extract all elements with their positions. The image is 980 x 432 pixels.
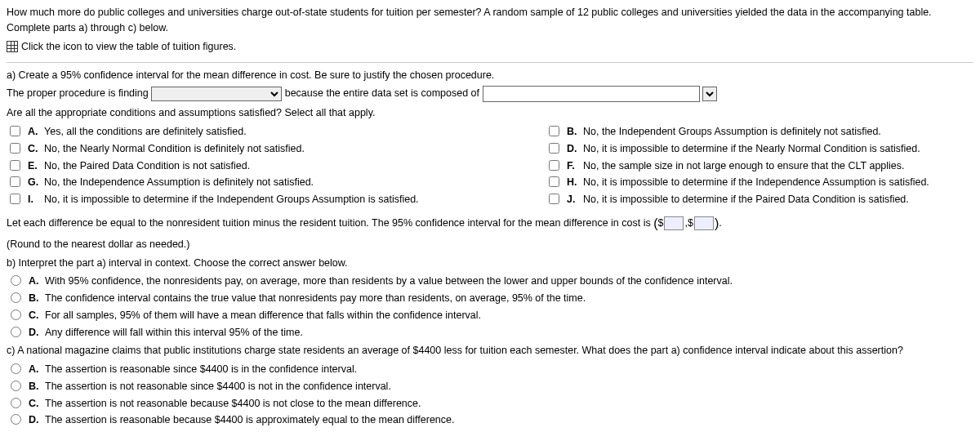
part-c-options: A.The assertion is reasonable since $440… bbox=[7, 362, 973, 428]
checkbox-H[interactable] bbox=[549, 176, 559, 187]
ci-lower-input[interactable] bbox=[664, 216, 684, 230]
check-H[interactable]: H.No, it is impossible to determine if t… bbox=[546, 175, 973, 190]
ci-sentence: Let each difference be equal to the nonr… bbox=[7, 214, 973, 234]
checkbox-I[interactable] bbox=[10, 194, 20, 204]
conditions-prompt: Are all the appropriate conditions and a… bbox=[7, 105, 973, 121]
radio-b-B[interactable]: B.The confidence interval contains the t… bbox=[7, 291, 973, 306]
checkbox-C[interactable] bbox=[10, 143, 20, 154]
check-A[interactable]: A.Yes, all the conditions are definitely… bbox=[7, 124, 529, 140]
round-hint: (Round to the nearest dollar as needed.) bbox=[7, 237, 973, 252]
divider bbox=[7, 62, 973, 63]
procedure-mid: because the entire data set is composed … bbox=[285, 88, 479, 100]
radio-c-D[interactable]: D.The assertion is reasonable because $4… bbox=[7, 412, 973, 428]
conditions-options: A.Yes, all the conditions are definitely… bbox=[7, 124, 973, 207]
radio-b-C[interactable]: C.For all samples, 95% of them will have… bbox=[7, 308, 973, 323]
part-a-prompt: a) Create a 95% confidence interval for … bbox=[7, 68, 973, 83]
check-B[interactable]: B.No, the Independent Groups Assumption … bbox=[546, 124, 973, 140]
radio-input-c-A[interactable] bbox=[11, 363, 21, 374]
part-b-options: A.With 95% confidence, the nonresidents … bbox=[7, 274, 973, 340]
part-c-prompt: c) A national magazine claims that publi… bbox=[7, 343, 973, 359]
check-G[interactable]: G.No, the Independence Assumption is def… bbox=[7, 175, 529, 190]
checkbox-D[interactable] bbox=[549, 143, 559, 154]
check-E[interactable]: E.No, the Paired Data Condition is not s… bbox=[7, 158, 529, 174]
checkbox-G[interactable] bbox=[10, 176, 20, 187]
table-icon bbox=[7, 41, 18, 52]
procedure-select[interactable] bbox=[151, 87, 282, 101]
radio-c-A[interactable]: A.The assertion is reasonable since $440… bbox=[7, 362, 973, 377]
checkbox-B[interactable] bbox=[549, 126, 559, 136]
radio-c-B[interactable]: B.The assertion is not reasonable since … bbox=[7, 379, 973, 394]
radio-b-A[interactable]: A.With 95% confidence, the nonresidents … bbox=[7, 274, 973, 289]
radio-input-b-B[interactable] bbox=[11, 292, 21, 303]
procedure-sentence: The proper procedure is finding because … bbox=[7, 86, 973, 102]
question-intro: How much more do public colleges and uni… bbox=[7, 5, 973, 36]
checkbox-F[interactable] bbox=[549, 160, 559, 171]
radio-input-c-D[interactable] bbox=[11, 414, 21, 425]
radio-b-D[interactable]: D.Any difference will fall within this i… bbox=[7, 325, 973, 341]
check-J[interactable]: J.No, it is impossible to determine if t… bbox=[546, 192, 973, 207]
open-paren: ( bbox=[653, 216, 657, 230]
check-C[interactable]: C.No, the Nearly Normal Condition is def… bbox=[7, 141, 529, 157]
check-I[interactable]: I.No, it is impossible to determine if t… bbox=[7, 192, 529, 207]
check-F[interactable]: F.No, the sample size in not large enoug… bbox=[546, 158, 973, 174]
ci-pre: Let each difference be equal to the nonr… bbox=[7, 217, 651, 229]
checkbox-J[interactable] bbox=[549, 194, 559, 204]
composed-of-dropdown[interactable] bbox=[702, 87, 717, 101]
radio-input-c-C[interactable] bbox=[11, 398, 21, 408]
radio-input-b-A[interactable] bbox=[11, 275, 21, 286]
ci-upper-input[interactable] bbox=[694, 216, 714, 230]
composed-of-input[interactable] bbox=[483, 86, 700, 102]
radio-c-C[interactable]: C.The assertion is not reasonable becaus… bbox=[7, 396, 973, 412]
check-D[interactable]: D.No, it is impossible to determine if t… bbox=[546, 141, 973, 157]
checkbox-E[interactable] bbox=[10, 160, 20, 171]
radio-input-b-D[interactable] bbox=[11, 327, 21, 337]
radio-input-c-B[interactable] bbox=[11, 381, 21, 391]
part-b-prompt: b) Interpret the part a) interval in con… bbox=[7, 256, 973, 271]
view-table-text: Click the icon to view the table of tuit… bbox=[21, 39, 236, 55]
view-table-link[interactable]: Click the icon to view the table of tuit… bbox=[7, 39, 236, 55]
procedure-pre: The proper procedure is finding bbox=[7, 88, 149, 100]
ci-post: . bbox=[719, 217, 721, 229]
checkbox-A[interactable] bbox=[10, 126, 20, 136]
radio-input-b-C[interactable] bbox=[11, 310, 21, 320]
